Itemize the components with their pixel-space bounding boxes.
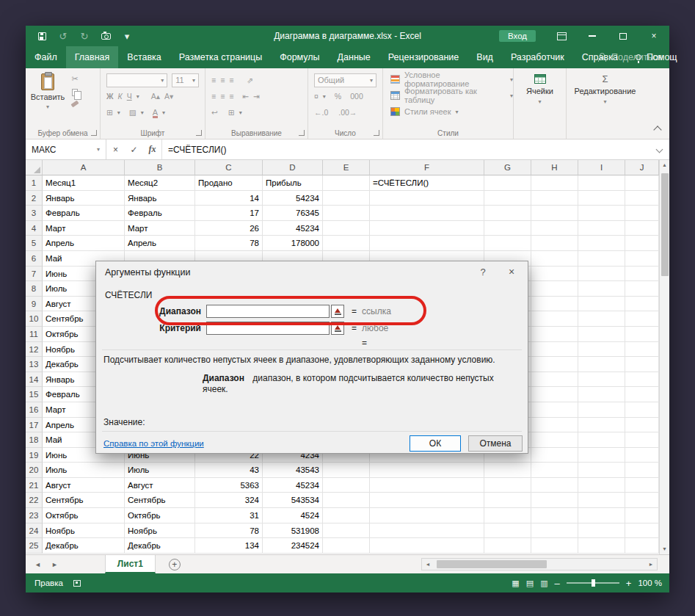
tab-формулы[interactable]: Формулы bbox=[271, 46, 328, 68]
row-header-16[interactable]: 16 bbox=[26, 402, 43, 418]
wrap-text-button[interactable]: ↩ bbox=[211, 108, 218, 117]
zoom-slider[interactable] bbox=[567, 582, 619, 584]
sheet-tab-list1[interactable]: Лист1 bbox=[105, 555, 156, 573]
name-box[interactable]: МАКС ▾ bbox=[26, 139, 106, 159]
cell-J7[interactable] bbox=[625, 267, 659, 282]
row-header-4[interactable]: 4 bbox=[26, 221, 43, 236]
editing-button[interactable]: Σ Редактирование ▾ bbox=[567, 74, 644, 105]
cell-J12[interactable] bbox=[625, 342, 659, 358]
cell-J17[interactable] bbox=[625, 418, 659, 433]
cell-D20[interactable]: 43543 bbox=[263, 463, 323, 478]
cell-E24[interactable] bbox=[323, 523, 370, 539]
row-header-22[interactable]: 22 bbox=[26, 493, 43, 508]
next-sheet-icon[interactable]: ► bbox=[51, 561, 58, 568]
cell-A24[interactable]: Ноябрь bbox=[43, 523, 125, 539]
borders-button[interactable]: ⊞ bbox=[106, 108, 113, 117]
cell-H3[interactable] bbox=[531, 206, 578, 221]
cell-H13[interactable] bbox=[531, 357, 578, 372]
cell-E20[interactable] bbox=[323, 463, 370, 478]
cell-F22[interactable] bbox=[370, 493, 484, 508]
row-header-6[interactable]: 6 bbox=[26, 251, 43, 267]
normal-view-icon[interactable]: ▦ bbox=[512, 579, 519, 588]
row-header-3[interactable]: 3 bbox=[26, 206, 43, 221]
cell-E2[interactable] bbox=[323, 191, 370, 206]
cell-D21[interactable]: 45234 bbox=[263, 478, 323, 493]
redo-button[interactable]: ↻ bbox=[79, 29, 90, 43]
cell-J6[interactable] bbox=[625, 251, 659, 267]
tab-разработчик[interactable]: Разработчик bbox=[502, 46, 573, 68]
share-button[interactable]: Поделиться bbox=[597, 46, 662, 68]
format-as-table-button[interactable]: Форматировать как таблицу▾ bbox=[383, 87, 513, 104]
row-header-7[interactable]: 7 bbox=[26, 267, 43, 282]
cell-I2[interactable] bbox=[578, 191, 625, 206]
add-sheet-button[interactable]: + bbox=[169, 559, 181, 570]
cell-C23[interactable]: 31 bbox=[195, 508, 263, 523]
cell-F20[interactable] bbox=[370, 463, 484, 478]
cell-C22[interactable]: 324 bbox=[195, 493, 263, 508]
column-header-E[interactable]: E bbox=[323, 160, 370, 175]
column-header-D[interactable]: D bbox=[263, 160, 323, 175]
orientation-button[interactable]: ⇗ bbox=[247, 76, 253, 84]
column-header-H[interactable]: H bbox=[531, 160, 578, 175]
cell-A3[interactable]: Февраль bbox=[43, 206, 125, 221]
column-header-C[interactable]: C bbox=[195, 160, 263, 175]
undo-button[interactable]: ↺ bbox=[57, 29, 69, 43]
row-header-12[interactable]: 12 bbox=[26, 342, 43, 358]
cell-E4[interactable] bbox=[323, 221, 370, 236]
cell-E21[interactable] bbox=[323, 478, 370, 493]
tab-вид[interactable]: Вид bbox=[467, 46, 502, 68]
page-layout-view-icon[interactable]: ▤ bbox=[526, 579, 534, 588]
cell-C3[interactable]: 17 bbox=[195, 206, 263, 221]
column-header-A[interactable]: A bbox=[43, 160, 125, 175]
cell-B24[interactable]: Ноябрь bbox=[125, 523, 195, 539]
zoom-level[interactable]: 100 % bbox=[638, 579, 662, 587]
grow-font-button[interactable]: А▴ bbox=[151, 92, 160, 101]
ok-button[interactable]: ОК bbox=[410, 435, 461, 452]
cell-B4[interactable]: Март bbox=[125, 221, 195, 236]
cell-H21[interactable] bbox=[531, 478, 578, 493]
dialog-launcher-icon[interactable] bbox=[196, 130, 202, 136]
cell-H8[interactable] bbox=[531, 281, 578, 297]
cell-styles-button[interactable]: Стили ячеек▾ bbox=[383, 104, 513, 120]
cell-H5[interactable] bbox=[531, 236, 578, 251]
cell-C1[interactable]: Продано bbox=[195, 175, 263, 191]
cell-A1[interactable]: Месяц1 bbox=[43, 175, 125, 191]
save-button[interactable] bbox=[36, 29, 48, 43]
cell-H22[interactable] bbox=[531, 493, 578, 508]
range-input[interactable] bbox=[206, 305, 330, 318]
column-header-B[interactable]: B bbox=[125, 160, 195, 175]
cell-I9[interactable] bbox=[578, 297, 625, 312]
cell-H19[interactable] bbox=[531, 448, 578, 463]
cell-E23[interactable] bbox=[323, 508, 370, 523]
underline-button[interactable]: Ч bbox=[127, 92, 132, 101]
row-header-1[interactable]: 1 bbox=[26, 175, 43, 191]
cell-J16[interactable] bbox=[625, 402, 659, 418]
font-color-button[interactable]: А bbox=[153, 108, 158, 117]
cell-I3[interactable] bbox=[578, 206, 625, 221]
cell-F2[interactable] bbox=[370, 191, 484, 206]
cell-I4[interactable] bbox=[578, 221, 625, 236]
row-header-17[interactable]: 17 bbox=[26, 418, 43, 433]
column-header-G[interactable]: G bbox=[484, 160, 531, 175]
close-button[interactable]: × bbox=[638, 26, 669, 46]
cell-I1[interactable] bbox=[578, 175, 625, 191]
cell-C24[interactable]: 78 bbox=[195, 523, 263, 539]
cell-I7[interactable] bbox=[578, 267, 625, 282]
cell-A25[interactable]: Декабрь bbox=[43, 538, 125, 554]
cell-J10[interactable] bbox=[625, 311, 659, 327]
row-header-9[interactable]: 9 bbox=[26, 297, 43, 312]
font-size-combo[interactable]: 11▾ bbox=[172, 73, 199, 87]
cell-J3[interactable] bbox=[625, 206, 659, 221]
ribbon-display-options-button[interactable] bbox=[546, 26, 577, 46]
align-top-icon[interactable]: ≡ bbox=[211, 76, 216, 84]
cell-I11[interactable] bbox=[578, 327, 625, 342]
row-header-25[interactable]: 25 bbox=[26, 538, 43, 554]
cell-H15[interactable] bbox=[531, 387, 578, 402]
collapse-ribbon-button[interactable] bbox=[653, 126, 661, 134]
function-help-link[interactable]: Справка по этой функции bbox=[103, 439, 204, 448]
cell-J2[interactable] bbox=[625, 191, 659, 206]
tab-данные[interactable]: Данные bbox=[329, 46, 379, 68]
cell-I21[interactable] bbox=[578, 478, 625, 493]
align-right-icon[interactable]: ≡ bbox=[229, 92, 233, 101]
scroll-up-icon[interactable]: ▲ bbox=[660, 160, 669, 170]
